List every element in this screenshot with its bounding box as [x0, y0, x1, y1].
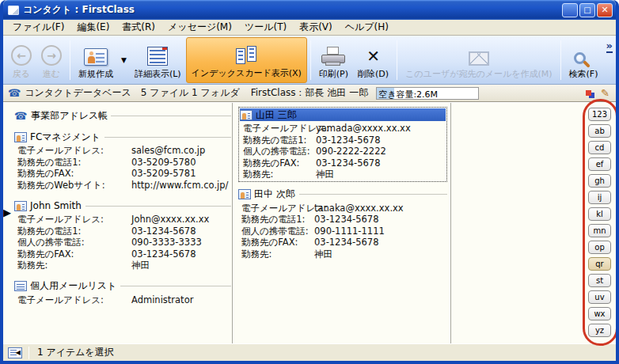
menu-item[interactable]: 表示(V) [293, 20, 339, 35]
toolbar-overflow-chevron[interactable]: » [606, 42, 613, 53]
field-value: 03-1234-5678 [314, 237, 447, 248]
back-button[interactable]: ← 戻る [6, 37, 36, 83]
index-tab-op[interactable]: op [588, 241, 611, 254]
index-tab-mn[interactable]: mn [588, 224, 611, 237]
field-value: 神田 [131, 260, 231, 271]
contact-field-row: 勤務先: 神田 [17, 260, 231, 271]
contact-field-row: 勤務先のFAX: 03-1234-5678 [241, 237, 447, 248]
contact-field-row: 勤務先の電話1: 03-5209-5780 [17, 157, 231, 169]
name-rule [85, 206, 231, 207]
back-arrow-icon: ← [11, 45, 32, 66]
detail-list-icon [147, 47, 168, 66]
new-item-dropdown-arrow[interactable]: ▼ [118, 56, 130, 64]
search-button[interactable]: 検索(F) [564, 37, 603, 83]
index-tab-cd[interactable]: cd [588, 141, 611, 154]
index-tab-st[interactable]: st [588, 274, 611, 287]
contact-card[interactable]: 田中 次郎 電子メールアドレス: tanaka@xxxx.xx.xx 勤務先の電… [238, 188, 447, 260]
field-value: 03-1234-5678 [316, 157, 446, 169]
index-tab-wx[interactable]: wx [588, 307, 611, 320]
pane-toggle-icon[interactable] [8, 347, 22, 358]
search-magnifier-icon [574, 52, 586, 64]
contact-card[interactable]: John Smith 電子メールアドレス: John@xxxx.xx.xx 勤務… [14, 199, 231, 271]
detail-view-button[interactable]: 詳細表示(L) [130, 37, 186, 83]
field-label: 電子メールアドレス: [17, 145, 131, 157]
free-space-indicator: 空き容量:2.6M [376, 87, 479, 100]
new-item-button[interactable]: 新規作成 [74, 37, 118, 83]
menu-item[interactable]: ツール(T) [238, 20, 293, 35]
print-button[interactable]: 印刷(P) [314, 37, 353, 83]
group-title: 事業部アドレス帳 [31, 109, 108, 123]
contact-card[interactable]: FCマネジメント 電子メールアドレス: sales@fcm.co.jp 勤務先の… [14, 131, 231, 191]
index-tab-ij[interactable]: ij [588, 191, 611, 204]
index-tab-ef[interactable]: ef [588, 157, 611, 171]
contact-field-row: 勤務先のFAX: 03-1234-5678 [243, 157, 446, 169]
database-summary: コンタクトデータベース 5 ファイル 1 フォルダ [25, 86, 240, 100]
field-value: Administrator [131, 294, 231, 306]
index-cards-icon [235, 46, 257, 65]
field-label: 勤務先の電話1: [243, 135, 316, 146]
contact-field-row: 電子メールアドレス: Administrator [17, 294, 231, 306]
mail-list-icon [14, 281, 27, 291]
info-bar: ☎ コンタクトデータベース 5 ファイル 1 フォルダ FirstClass：部… [3, 85, 616, 102]
field-value: 03-1234-5678 [316, 135, 446, 146]
contact-card[interactable]: 個人用メールリスト 電子メールアドレス: Administrator [14, 280, 231, 306]
menu-item[interactable]: ヘルプ(H) [339, 20, 395, 35]
field-label: 勤務先のFAX: [17, 168, 131, 180]
window-icon [8, 6, 19, 15]
pencil-icon[interactable]: ✎ [601, 87, 610, 99]
create-mail-button[interactable]: このユーザが宛先のメールを作成(M) [401, 37, 556, 83]
address-book-group-header[interactable]: ☎ 事業部アドレス帳 [14, 109, 231, 123]
contact-field-row: 電子メールアドレス: John@xxxx.xx.xx [17, 214, 231, 226]
contact-card[interactable]: 山田 三郎 電子メールアドレス: yamada@xxxx.xx.xx 勤務先の電… [238, 107, 447, 182]
index-tab-gh[interactable]: gh [588, 174, 611, 188]
contact-field-row: 電子メールアドレス: yamada@xxxx.xx.xx [243, 123, 446, 135]
field-value: 03-1234-5678 [131, 226, 231, 237]
middle-contact-panel: 山田 三郎 電子メールアドレス: yamada@xxxx.xx.xx 勤務先の電… [235, 103, 447, 268]
name-rule [120, 286, 231, 286]
contact-name: 個人用メールリスト [30, 279, 116, 293]
index-tab-yz[interactable]: yz [588, 324, 611, 337]
content-area: ☎ 事業部アドレス帳 FCマネジメント 電子メールアドレス: sales@fcm… [3, 102, 616, 343]
flag-icon[interactable] [586, 90, 591, 96]
name-rule [104, 137, 231, 138]
delete-button[interactable]: ✕ 削除(D) [353, 37, 393, 83]
field-value: sales@fcm.co.jp [131, 145, 231, 157]
group-rule [111, 116, 231, 116]
field-label: 勤務先の電話1: [17, 226, 131, 237]
maximize-button[interactable]: □ [579, 3, 595, 17]
menu-item[interactable]: ファイル(F) [6, 20, 70, 35]
field-label: 個人の携帯電話: [241, 226, 314, 237]
contact-field-row: 勤務先の電話1: 03-1234-5678 [243, 135, 446, 146]
contact-field-row: 個人の携帯電話: 090-2222-2222 [243, 146, 446, 157]
menu-item[interactable]: メッセージ(M) [161, 20, 238, 35]
index-tab-kl[interactable]: kl [588, 207, 611, 221]
index-tab-uv[interactable]: uv [588, 290, 611, 304]
field-label: 勤務先の電話1: [241, 214, 314, 226]
field-label: 電子メールアドレス: [241, 203, 314, 214]
field-label: 勤務先: [243, 169, 316, 180]
menu-item[interactable]: 書式(R) [116, 20, 161, 35]
contact-field-row: 勤務先のWebサイト: http://www.fcm.co.jp/ [17, 180, 231, 191]
index-tab-ab[interactable]: ab [588, 124, 611, 138]
forward-button[interactable]: → 進む [36, 37, 66, 83]
delete-x-icon: ✕ [366, 47, 380, 66]
index-tab-123[interactable]: 123 [588, 108, 611, 121]
window-title: コンタクト : FirstClass [23, 3, 560, 17]
app-window: コンタクト : FirstClass □ ✕ ファイル(F)編集(E)書式(R)… [0, 0, 619, 364]
toolbar: ← 戻る → 進む 新規作成 ▼ 詳細表示(L) インデックスカード表示(X) … [3, 36, 616, 85]
field-value: John@xxxx.xx.xx [131, 214, 231, 226]
menu-item[interactable]: 編集(E) [70, 20, 116, 35]
minimize-button[interactable] [562, 3, 578, 17]
mail-envelope-icon [469, 51, 489, 66]
splitter-arrow[interactable]: ▶ [3, 207, 11, 218]
close-button[interactable]: ✕ [597, 3, 613, 17]
contact-name: 山田 三郎 [256, 108, 297, 122]
index-card-view-button[interactable]: インデックスカード表示(X) [186, 37, 307, 83]
field-label: 勤務先: [17, 260, 131, 271]
contact-field-row: 勤務先: 神田 [243, 169, 446, 180]
contact-card-icon [14, 201, 27, 211]
index-tab-qr[interactable]: qr [588, 257, 611, 271]
forward-arrow-icon: → [41, 45, 62, 66]
contact-field-row: 電子メールアドレス: sales@fcm.co.jp [17, 145, 231, 157]
contact-field-row: 勤務先の電話1: 03-1234-5678 [17, 226, 231, 237]
